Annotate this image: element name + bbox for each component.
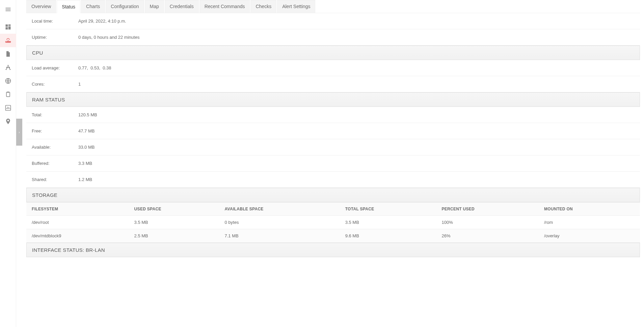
label-ram-free: Free: <box>32 128 78 133</box>
tab-credentials[interactable]: Credentials <box>165 0 199 13</box>
location-icon[interactable] <box>0 115 16 128</box>
tab-map[interactable]: Map <box>145 0 164 13</box>
dashboard-icon[interactable] <box>0 20 16 34</box>
col-mounted-on: MOUNTED ON <box>544 207 635 211</box>
row-uptime: Uptime: 0 days, 0 hours and 22 minutes <box>26 29 640 46</box>
cell-total: 9.6 MB <box>345 233 442 238</box>
row-ram-available: Available: 33.0 MB <box>26 139 640 155</box>
label-uptime: Uptime: <box>32 35 78 40</box>
row-local-time: Local time: April 29, 2022, 4:10 p.m. <box>26 13 640 29</box>
storage-table: FILESYSTEM USED SPACE AVAILABLE SPACE TO… <box>26 202 640 243</box>
sidebar-expand-handle[interactable]: › <box>16 119 22 146</box>
value-ram-shared: 1.2 MB <box>78 177 92 182</box>
value-ram-available: 33.0 MB <box>78 145 95 150</box>
cell-pct: 100% <box>441 220 544 225</box>
cell-used: 3.5 MB <box>134 220 225 225</box>
label-ram-total: Total: <box>32 112 78 117</box>
row-ram-buffered: Buffered: 3.3 MB <box>26 155 640 172</box>
value-uptime: 0 days, 0 hours and 22 minutes <box>78 35 139 40</box>
col-available-space: AVAILABLE SPACE <box>225 207 345 211</box>
label-local-time: Local time: <box>32 19 78 24</box>
cell-fs: /dev/root <box>32 220 134 225</box>
row-cores: Cores: 1 <box>26 76 640 92</box>
row-ram-shared: Shared: 1.2 MB <box>26 172 640 188</box>
row-ram-free: Free: 47.7 MB <box>26 123 640 139</box>
label-ram-buffered: Buffered: <box>32 161 78 166</box>
cell-fs: /dev/mtdblock9 <box>32 233 134 238</box>
value-ram-free: 47.7 MB <box>78 128 95 133</box>
sidebar-rail <box>0 0 16 271</box>
cell-avail: 0 bytes <box>225 220 345 225</box>
col-used-space: USED SPACE <box>134 207 225 211</box>
value-ram-buffered: 3.3 MB <box>78 161 92 166</box>
label-ram-available: Available: <box>32 145 78 150</box>
cell-pct: 26% <box>441 233 544 238</box>
cell-mount: /overlay <box>544 233 635 238</box>
tab-recent-commands[interactable]: Recent Commands <box>199 0 250 13</box>
tab-charts[interactable]: Charts <box>81 0 105 13</box>
value-local-time: April 29, 2022, 4:10 p.m. <box>78 19 126 24</box>
value-ram-total: 120.5 MB <box>78 112 97 117</box>
cell-mount: /rom <box>544 220 635 225</box>
tab-status[interactable]: Status <box>57 0 80 13</box>
value-load-average: 0.77, 0.53, 0.38 <box>78 65 111 70</box>
globe-icon[interactable] <box>0 74 16 88</box>
label-cores: Cores: <box>32 82 78 87</box>
section-header-interface: INTERFACE STATUS: BR-LAN <box>26 243 640 257</box>
label-load-average: Load average: <box>32 65 78 70</box>
col-percent-used: PERCENT USED <box>441 207 544 211</box>
file-icon[interactable] <box>0 47 16 61</box>
col-filesystem: FILESYSTEM <box>32 207 134 211</box>
storage-table-header: FILESYSTEM USED SPACE AVAILABLE SPACE TO… <box>26 203 640 216</box>
tab-alert-settings[interactable]: Alert Settings <box>277 0 315 13</box>
row-ram-total: Total: 120.5 MB <box>26 107 640 123</box>
section-header-cpu: CPU <box>26 46 640 60</box>
main-content: Overview Status Charts Configuration Map… <box>22 0 644 271</box>
svg-rect-1 <box>6 92 10 96</box>
chart-icon[interactable] <box>0 101 16 115</box>
row-load-average: Load average: 0.77, 0.53, 0.38 <box>26 60 640 76</box>
tab-overview[interactable]: Overview <box>26 0 56 13</box>
storage-row: /dev/mtdblock9 2.5 MB 7.1 MB 9.6 MB 26% … <box>26 229 640 243</box>
cell-total: 3.5 MB <box>345 220 442 225</box>
section-header-storage: STORAGE <box>26 188 640 202</box>
router-icon[interactable] <box>0 34 16 47</box>
section-header-ram: RAM STATUS <box>26 92 640 107</box>
network-icon[interactable] <box>0 61 16 74</box>
tab-checks[interactable]: Checks <box>250 0 276 13</box>
storage-row: /dev/root 3.5 MB 0 bytes 3.5 MB 100% /ro… <box>26 216 640 229</box>
menu-icon[interactable] <box>0 3 16 16</box>
cell-avail: 7.1 MB <box>225 233 345 238</box>
svg-rect-2 <box>7 92 9 93</box>
tab-configuration[interactable]: Configuration <box>106 0 144 13</box>
value-cores: 1 <box>78 82 81 87</box>
col-total-space: TOTAL SPACE <box>345 207 442 211</box>
tab-bar: Overview Status Charts Configuration Map… <box>26 0 640 13</box>
label-ram-shared: Shared: <box>32 177 78 182</box>
clipboard-icon[interactable] <box>0 88 16 101</box>
cell-used: 2.5 MB <box>134 233 225 238</box>
